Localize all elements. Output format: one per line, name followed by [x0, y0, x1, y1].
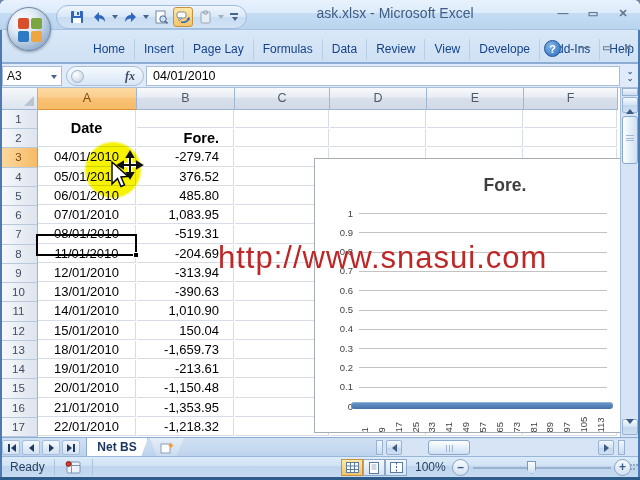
row-header-8[interactable]: 8	[0, 245, 38, 264]
scroll-right-icon[interactable]	[598, 440, 614, 455]
workbook-restore-button[interactable]: ▭	[602, 42, 611, 53]
horizontal-split-handle[interactable]	[376, 440, 383, 455]
vertical-scroll-thumb[interactable]	[622, 116, 638, 164]
ribbon-tab-insert[interactable]: Insert	[135, 39, 184, 60]
row-header-15[interactable]: 15	[0, 379, 38, 398]
cell-A13[interactable]: 18/01/2010	[38, 341, 136, 359]
ribbon-tab-page-lay[interactable]: Page Lay	[184, 39, 254, 60]
row-header-6[interactable]: 6	[0, 206, 38, 225]
cell-B2[interactable]: Fore.	[137, 129, 234, 147]
previous-sheet-icon[interactable]	[22, 440, 40, 455]
cell-B11[interactable]: 1,010.90	[137, 302, 234, 320]
ribbon-tab-develope[interactable]: Develope	[470, 39, 540, 60]
scroll-left-icon[interactable]	[386, 440, 402, 455]
cell-E2[interactable]	[427, 129, 523, 147]
cell-B12[interactable]: 150.04	[137, 322, 234, 340]
cell-D2[interactable]	[330, 129, 426, 147]
undo-dropdown-icon[interactable]	[112, 15, 118, 19]
cell-B1[interactable]	[137, 110, 234, 128]
row-header-4[interactable]: 4	[0, 168, 38, 187]
row-header-13[interactable]: 13	[0, 341, 38, 360]
ribbon-tab-home[interactable]: Home	[84, 39, 135, 60]
row-header-16[interactable]: 16	[0, 399, 38, 418]
insert-worksheet-tab[interactable]	[150, 438, 184, 457]
page-layout-view-icon[interactable]	[363, 459, 385, 476]
fill-handle[interactable]	[133, 252, 139, 258]
undo-icon[interactable]	[89, 7, 109, 27]
zoom-out-icon[interactable]: –	[452, 459, 469, 476]
insert-function-button[interactable]: fx	[66, 66, 144, 86]
cell-A10[interactable]: 13/01/2010	[38, 283, 136, 301]
column-header-f[interactable]: F	[524, 88, 618, 110]
ribbon-tab-review[interactable]: Review	[367, 39, 425, 60]
column-header-e[interactable]: E	[427, 88, 524, 110]
selected-cell-border[interactable]	[36, 234, 137, 256]
office-button[interactable]	[7, 7, 51, 51]
row-header-1[interactable]: 1	[0, 110, 38, 129]
cell-C2[interactable]	[235, 129, 329, 147]
vertical-scrollbar[interactable]	[620, 88, 638, 437]
cell-A11[interactable]: 14/01/2010	[38, 302, 136, 320]
row-header-11[interactable]: 11	[0, 302, 38, 321]
cell-B14[interactable]: -213.61	[137, 360, 234, 378]
cell-B6[interactable]: 1,083.95	[137, 206, 234, 224]
cell-B13[interactable]: -1,659.73	[137, 341, 234, 359]
macro-record-icon[interactable]	[62, 459, 84, 476]
cell-F1[interactable]	[524, 110, 617, 128]
ribbon-tab-data[interactable]: Data	[323, 39, 367, 60]
redo-icon[interactable]	[120, 7, 140, 27]
minimize-button[interactable]: —	[552, 6, 574, 22]
zoom-slider-track[interactable]	[473, 467, 611, 469]
cell-C1[interactable]	[235, 110, 329, 128]
name-box[interactable]: A3	[2, 66, 62, 86]
cell-F2[interactable]	[524, 129, 617, 147]
column-header-c[interactable]: C	[235, 88, 330, 110]
ribbon-tab-formulas[interactable]: Formulas	[254, 39, 323, 60]
next-sheet-icon[interactable]	[42, 440, 60, 455]
horizontal-scrollbar[interactable]	[376, 439, 638, 456]
customize-qat-icon[interactable]	[230, 13, 238, 21]
cell-A6[interactable]: 07/01/2010	[38, 206, 136, 224]
normal-view-icon[interactable]	[341, 459, 363, 476]
page-break-preview-icon[interactable]	[385, 459, 407, 476]
row-header-9[interactable]: 9	[0, 264, 38, 283]
save-icon[interactable]	[67, 7, 87, 27]
cell-B17[interactable]: -1,218.32	[137, 418, 234, 436]
show-comments-icon[interactable]	[173, 7, 193, 27]
close-button[interactable]: ✕	[612, 6, 634, 22]
scroll-down-icon[interactable]	[622, 419, 638, 435]
help-icon[interactable]: ?	[544, 40, 561, 57]
cell-B15[interactable]: -1,150.48	[137, 379, 234, 397]
redo-dropdown-icon[interactable]	[143, 15, 149, 19]
cell-D1[interactable]	[330, 110, 426, 128]
maximize-button[interactable]: ▭	[582, 6, 604, 22]
vertical-split-handle[interactable]	[622, 88, 638, 96]
cell-A15[interactable]: 20/01/2010	[38, 379, 136, 397]
scroll-up-icon[interactable]	[622, 97, 638, 113]
horizontal-split-handle-right[interactable]	[618, 440, 625, 455]
row-header-2[interactable]: 2	[0, 129, 38, 148]
column-header-d[interactable]: D	[330, 88, 427, 110]
workbook-minimize-button[interactable]: —	[580, 42, 590, 53]
cell-B4[interactable]: 376.52	[137, 168, 234, 186]
cell-B10[interactable]: -390.63	[137, 283, 234, 301]
row-header-7[interactable]: 7	[0, 225, 38, 244]
zoom-slider-thumb[interactable]	[527, 461, 536, 474]
row-header-3[interactable]: 3	[0, 148, 38, 167]
expand-formula-bar-icon[interactable]: ⌄⌄	[623, 68, 637, 84]
cell-B16[interactable]: -1,353.95	[137, 399, 234, 417]
row-header-17[interactable]: 17	[0, 418, 38, 437]
cell-E1[interactable]	[427, 110, 523, 128]
row-header-14[interactable]: 14	[0, 360, 38, 379]
row-header-10[interactable]: 10	[0, 283, 38, 302]
cell-B3[interactable]: -279.74	[137, 148, 234, 166]
cell-A16[interactable]: 21/01/2010	[38, 399, 136, 417]
zoom-level[interactable]: 100%	[415, 460, 449, 474]
last-sheet-icon[interactable]	[62, 440, 80, 455]
print-preview-icon[interactable]	[151, 7, 171, 27]
chart-object[interactable]: Fore. 10.90.80.70.60.50.40.30.20.1019172…	[314, 158, 636, 433]
column-header-b[interactable]: B	[137, 88, 235, 110]
cell-A14[interactable]: 19/01/2010	[38, 360, 136, 378]
paste-icon[interactable]	[195, 7, 215, 27]
first-sheet-icon[interactable]	[2, 440, 20, 455]
